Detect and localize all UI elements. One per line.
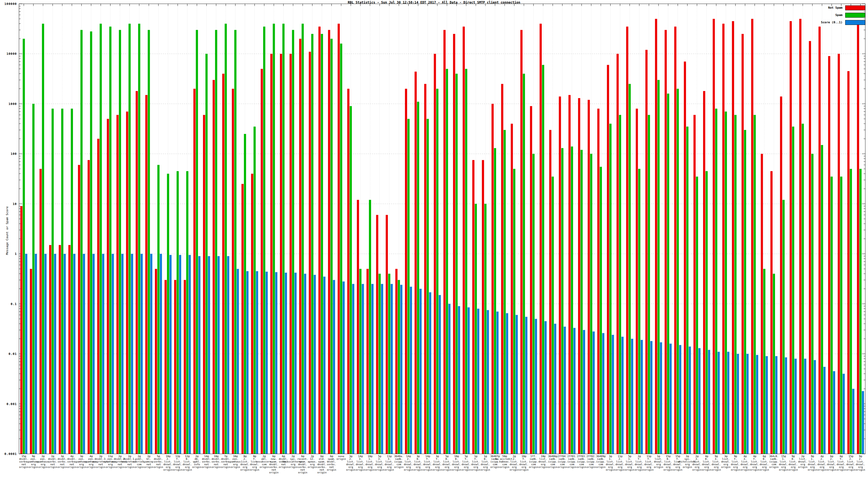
- bar-score: [179, 255, 181, 454]
- bar-not-spam: [463, 27, 465, 454]
- rbl-statistics-chart: RBL Statistics - Sun Jul 30 12:58:14 EDT…: [0, 0, 868, 488]
- bar-score: [564, 327, 566, 454]
- bar-not-spam: [241, 184, 244, 454]
- bar-score: [314, 275, 316, 454]
- bar-spam: [571, 147, 573, 454]
- bar-score: [93, 254, 95, 454]
- bar-not-spam: [847, 71, 849, 454]
- bar-score: [583, 330, 585, 454]
- bar-spam: [350, 106, 352, 454]
- y-tick-label: 1000: [1, 102, 17, 106]
- bar-not-spam: [539, 24, 542, 454]
- bar-not-spam: [626, 27, 628, 454]
- bar-spam: [494, 148, 496, 454]
- bar-not-spam: [145, 95, 148, 454]
- bar-not-spam: [49, 245, 51, 454]
- bar-not-spam: [645, 50, 648, 454]
- bar-score: [496, 312, 499, 454]
- bar-score: [323, 276, 326, 454]
- bar-not-spam: [655, 19, 657, 454]
- bar-not-spam: [271, 54, 273, 454]
- bar-spam: [167, 174, 169, 454]
- bar-not-spam: [135, 91, 138, 454]
- bar-not-spam: [405, 89, 407, 454]
- bar-not-spam: [309, 52, 311, 454]
- bar-score: [727, 352, 730, 454]
- bar-spam: [244, 134, 246, 454]
- bar-spam: [417, 102, 419, 454]
- bar-spam: [225, 24, 227, 454]
- bar-spam: [475, 204, 477, 454]
- bar-spam: [552, 176, 554, 454]
- bar-spam: [129, 24, 131, 454]
- bar-spam: [90, 31, 92, 454]
- bar-score: [44, 254, 46, 454]
- bar-score: [621, 337, 624, 454]
- bar-not-spam: [684, 62, 686, 454]
- bar-score: [593, 332, 595, 454]
- bar-spam: [859, 169, 862, 454]
- bar-spam: [379, 274, 381, 454]
- bar-not-spam: [116, 115, 119, 454]
- bar-score: [294, 273, 297, 454]
- bar-score: [112, 254, 114, 454]
- y-tick-label: 0.1: [1, 302, 17, 306]
- bar-spam: [205, 54, 208, 454]
- bar-score: [256, 271, 258, 454]
- bar-score: [410, 287, 412, 454]
- bar-not-spam: [424, 84, 426, 454]
- bar-not-spam: [453, 34, 455, 454]
- bar-not-spam: [443, 30, 446, 454]
- bar-spam: [513, 169, 516, 454]
- bar-not-spam: [68, 245, 70, 454]
- bar-not-spam: [184, 280, 186, 454]
- bar-not-spam: [559, 97, 561, 454]
- bar-spam: [667, 94, 669, 454]
- bar-spam: [196, 30, 198, 454]
- legend-swatch: [845, 13, 865, 18]
- bar-score: [814, 360, 816, 454]
- bar-score: [381, 284, 383, 454]
- bar-spam: [677, 89, 679, 454]
- legend-entry: Not Spam: [821, 5, 865, 10]
- bar-spam: [581, 150, 583, 454]
- bar-not-spam: [607, 65, 609, 454]
- bar-score: [102, 254, 104, 454]
- bar-score: [35, 254, 37, 454]
- bar-score: [218, 256, 220, 454]
- bar-not-spam: [78, 165, 80, 454]
- bar-score: [246, 271, 248, 454]
- bar-not-spam: [193, 89, 195, 454]
- bar-score: [554, 324, 556, 454]
- bar-not-spam: [338, 24, 340, 454]
- bar-not-spam: [357, 200, 359, 454]
- bar-score: [429, 292, 431, 454]
- bar-score: [141, 254, 143, 454]
- y-tick-label: 0.01: [1, 352, 17, 356]
- bar-score: [602, 333, 604, 454]
- bar-not-spam: [761, 154, 763, 454]
- legend: Not SpamSpamScore (0..1): [821, 5, 865, 27]
- bar-spam: [311, 34, 313, 454]
- bar-not-spam: [251, 174, 253, 454]
- bar-not-spam: [664, 30, 667, 454]
- bar-spam: [71, 109, 73, 454]
- bar-spam: [628, 84, 631, 454]
- bar-score: [391, 284, 393, 454]
- bar-score: [535, 319, 537, 454]
- bar-not-spam: [367, 269, 369, 454]
- legend-entry: Spam: [821, 13, 865, 18]
- legend-label: Not Spam: [828, 6, 842, 9]
- bar-not-spam: [549, 130, 552, 454]
- bar-spam: [235, 30, 237, 454]
- bar-spam: [802, 124, 804, 454]
- bar-spam: [744, 130, 746, 454]
- bar-spam: [436, 89, 438, 454]
- bar-not-spam: [222, 74, 224, 454]
- bar-score: [631, 339, 633, 454]
- bar-not-spam: [636, 109, 638, 454]
- bar-not-spam: [20, 206, 23, 454]
- bar-spam: [273, 24, 275, 454]
- bar-score: [775, 356, 777, 454]
- bar-not-spam: [568, 95, 571, 454]
